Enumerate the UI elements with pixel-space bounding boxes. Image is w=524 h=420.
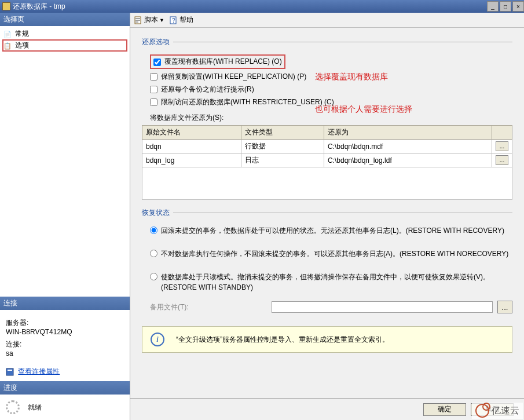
watermark-logo-icon bbox=[475, 404, 489, 418]
page-general-icon bbox=[3, 30, 13, 38]
minimize-button[interactable]: _ bbox=[487, 1, 499, 12]
svg-rect-1 bbox=[8, 370, 12, 371]
info-icon: i bbox=[151, 333, 164, 346]
page-selector: 常规 选项 bbox=[0, 26, 130, 54]
annotation-1: 选择覆盖现有数据库 bbox=[315, 72, 388, 82]
info-box: i “全文升级选项”服务器属性控制是导入、重新生成还是重置全文索引。 bbox=[142, 326, 512, 353]
window-icon bbox=[2, 2, 10, 10]
script-icon bbox=[134, 16, 143, 25]
browse-path-button[interactable]: ... bbox=[496, 155, 508, 165]
recovery-radio[interactable] bbox=[150, 227, 157, 234]
progress-section: 就绪 bbox=[0, 395, 130, 420]
script-button[interactable]: 脚本 ▼ bbox=[134, 15, 164, 25]
maximize-button[interactable]: □ bbox=[500, 1, 511, 12]
overwrite-option-highlight: 覆盖现有数据库(WITH REPLACE) (O) bbox=[150, 54, 285, 69]
col-browse bbox=[492, 126, 512, 140]
restore-options-section: 还原选项 覆盖现有数据库(WITH REPLACE) (O) 保留复制设置(WI… bbox=[142, 37, 512, 200]
cell-type: 行数据 bbox=[241, 140, 324, 154]
server-value: WIN-B8RVQT412MQ bbox=[6, 328, 124, 336]
svg-text:?: ? bbox=[172, 17, 175, 24]
cell-path: C:\bdqn\bdqn_log.ldf bbox=[324, 154, 492, 167]
ok-button[interactable]: 确定 bbox=[423, 403, 466, 416]
toolbar: 脚本 ▼ ? 帮助 bbox=[130, 13, 524, 28]
help-button[interactable]: ? 帮助 bbox=[169, 15, 193, 25]
keep-replication-checkbox[interactable] bbox=[150, 73, 157, 81]
server-label: 服务器: bbox=[6, 318, 124, 328]
standby-browse-button[interactable]: ... bbox=[497, 301, 512, 313]
left-panel: 选择页 常规 选项 连接 服务器: WIN-B8RVQT412MQ 连接: sa… bbox=[0, 13, 130, 420]
restricted-label: 限制访问还原的数据库(WITH RESTRICTED_USER) (C) bbox=[161, 97, 334, 107]
restore-options-legend: 还原选项 bbox=[142, 37, 173, 47]
conn-label: 连接: bbox=[6, 339, 124, 349]
restricted-checkbox[interactable] bbox=[150, 98, 157, 106]
cell-name: bdqn bbox=[142, 140, 241, 154]
table-row[interactable]: bdqn_log 日志 C:\bdqn\bdqn_log.ldf ... bbox=[142, 154, 512, 167]
page-general-label: 常规 bbox=[15, 29, 29, 39]
standby-radio[interactable] bbox=[150, 273, 157, 280]
window-controls: _ □ × bbox=[486, 1, 524, 12]
page-options-label: 选项 bbox=[15, 41, 29, 50]
table-row[interactable]: bdqn 行数据 C:\bdqn\bdqn.mdf ... bbox=[142, 140, 512, 154]
cell-name: bdqn_log bbox=[142, 154, 241, 167]
titlebar: 还原数据库 - tmp _ □ × bbox=[0, 0, 524, 13]
page-general[interactable]: 常规 bbox=[2, 28, 127, 39]
recovery-state-section: 恢复状态 回滚未提交的事务，使数据库处于可以使用的状态。无法还原其他事务日志(L… bbox=[142, 208, 512, 313]
col-file-type[interactable]: 文件类型 bbox=[241, 126, 324, 140]
progress-spinner-icon bbox=[6, 400, 20, 414]
norecovery-label: 不对数据库执行任何操作，不回滚未提交的事务。可以还原其他事务日志(A)。(RES… bbox=[161, 249, 508, 259]
close-button[interactable]: × bbox=[512, 1, 524, 12]
connection-header: 连接 bbox=[0, 297, 130, 310]
svg-rect-0 bbox=[6, 368, 13, 375]
overwrite-checkbox[interactable] bbox=[153, 59, 161, 66]
prompt-each-checkbox[interactable] bbox=[150, 86, 157, 93]
dialog-footer: 确定 取消 bbox=[130, 398, 524, 420]
page-options-icon bbox=[3, 42, 13, 50]
watermark: 亿速云 bbox=[472, 403, 523, 419]
connection-section: 服务器: WIN-B8RVQT412MQ 连接: sa 查看连接属性 bbox=[0, 310, 130, 381]
view-connection-props-link[interactable]: 查看连接属性 bbox=[18, 367, 60, 377]
window-title: 还原数据库 - tmp bbox=[13, 2, 486, 12]
col-restore-as[interactable]: 还原为 bbox=[324, 126, 492, 140]
restore-files-table: 原始文件名 文件类型 还原为 bdqn 行数据 C:\bdqn\bdqn.mdf… bbox=[142, 125, 512, 200]
annotation-2: 也可根据个人需要进行选择 bbox=[315, 104, 412, 115]
col-original-file[interactable]: 原始文件名 bbox=[142, 126, 241, 140]
norecovery-radio[interactable] bbox=[150, 250, 157, 257]
content-area: 还原选项 覆盖现有数据库(WITH REPLACE) (O) 保留复制设置(WI… bbox=[130, 28, 524, 398]
help-label: 帮助 bbox=[179, 15, 193, 25]
standby-label: 使数据库处于只读模式。撤消未提交的事务，但将撤消操作保存在备用文件中，以便可使恢… bbox=[161, 272, 512, 293]
browse-path-button[interactable]: ... bbox=[496, 141, 508, 151]
page-options[interactable]: 选项 bbox=[2, 39, 127, 52]
cell-type: 日志 bbox=[241, 154, 324, 167]
script-label: 脚本 bbox=[144, 15, 158, 25]
recovery-label: 回滚未提交的事务，使数据库处于可以使用的状态。无法还原其他事务日志(L)。(RE… bbox=[161, 225, 504, 236]
help-icon: ? bbox=[169, 16, 178, 25]
progress-status: 就绪 bbox=[28, 403, 42, 412]
info-text: “全文升级选项”服务器属性控制是导入、重新生成还是重置全文索引。 bbox=[176, 335, 389, 345]
keep-replication-label: 保留复制设置(WITH KEEP_REPLICATION) (P) bbox=[161, 72, 306, 82]
select-page-header: 选择页 bbox=[0, 13, 130, 26]
recovery-legend: 恢复状态 bbox=[142, 208, 173, 218]
progress-header: 进度 bbox=[0, 381, 130, 395]
conn-value: sa bbox=[6, 349, 124, 357]
overwrite-label: 覆盖现有数据库(WITH REPLACE) (O) bbox=[164, 57, 282, 67]
cell-path: C:\bdqn\bdqn.mdf bbox=[324, 140, 492, 154]
standby-file-input[interactable] bbox=[272, 301, 493, 313]
connection-props-icon bbox=[6, 368, 14, 376]
chevron-down-icon: ▼ bbox=[159, 17, 164, 23]
prompt-each-label: 还原每个备份之前进行提示(R) bbox=[161, 85, 254, 94]
watermark-text: 亿速云 bbox=[492, 405, 519, 417]
standby-file-label: 备用文件(T): bbox=[150, 302, 272, 312]
